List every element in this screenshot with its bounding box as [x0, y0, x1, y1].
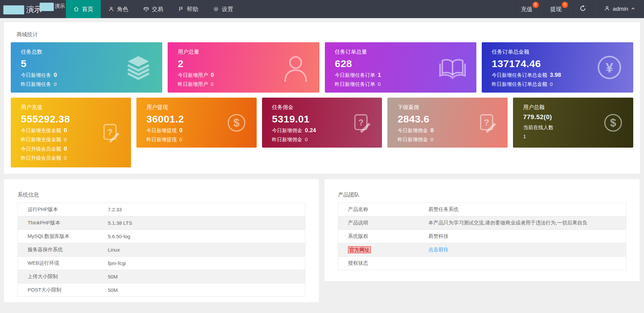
- stat-card: 任务订单总量628今日新增任务订单1昨日新增任务订单0: [325, 42, 476, 93]
- svg-text:?: ?: [484, 117, 489, 127]
- stat-line-label: 昨日新增充值金额: [21, 137, 61, 143]
- scales-icon: [143, 6, 149, 12]
- nav-item-label: 帮助: [187, 5, 198, 13]
- info-label: 系统版权: [338, 230, 429, 243]
- stat-card-title: 用户充值: [21, 104, 131, 111]
- nav-item-4[interactable]: 帮助: [171, 0, 206, 18]
- person-icon: [108, 6, 114, 12]
- layers-icon: [123, 52, 154, 83]
- logo-zone: 演示 演示: [0, 0, 66, 18]
- stats-panel: 商城统计 任务总数5今日新增任务0昨日新增任务0用户总量2今日新增用户0昨日新增…: [4, 22, 640, 174]
- refresh-icon: [579, 5, 586, 13]
- stat-card: 任务总数5今日新增任务0昨日新增任务0: [11, 42, 162, 93]
- dollar-icon: $: [225, 111, 248, 134]
- stat-card-line: 昨日新增提现0: [146, 137, 257, 143]
- info-value: fpm-fcgi: [108, 257, 305, 270]
- info-value: 点击前往: [428, 243, 626, 257]
- stat-line-label: 今日新增提现: [146, 127, 177, 134]
- info-label: 运行PHP版本: [18, 203, 108, 216]
- stat-card-title: 下级返佣: [397, 104, 508, 111]
- withdraw-button[interactable]: 提现0: [541, 0, 570, 18]
- stat-line-value: 0: [64, 127, 67, 134]
- stat-card-title: 任务佣金: [272, 104, 382, 111]
- stat-line-value: 0: [179, 137, 182, 142]
- stat-card-line: 昨日升级会员金额0: [21, 155, 131, 161]
- stat-line-value: 0: [64, 155, 67, 161]
- stat-line-value: 0: [211, 81, 213, 87]
- stat-line-label: 昨日新增任务订单总金额: [492, 81, 547, 88]
- withdraw-button-label: 提现: [550, 5, 562, 13]
- info-label: 产品名称: [338, 203, 429, 216]
- stat-line-value: 1: [378, 72, 381, 79]
- stat-line-value: 0: [378, 81, 381, 87]
- info-value: 5.6.50-log: [108, 230, 305, 243]
- stat-card-line: 今日升级会员金额0: [21, 146, 131, 152]
- recharge-button[interactable]: 充值0: [512, 0, 541, 18]
- masked-logo: [3, 5, 24, 14]
- nav-item-2[interactable]: 角色: [101, 0, 136, 18]
- table-row: 产品名称易赞任务系统: [338, 203, 626, 216]
- nav-item-label: 角色: [117, 5, 128, 13]
- table-row: 官方网址点击前往: [338, 243, 626, 257]
- nav-item-5[interactable]: 设置: [206, 0, 241, 18]
- nav-item-3[interactable]: 交易: [136, 0, 171, 18]
- svg-text:¥: ¥: [606, 60, 613, 75]
- stat-line-value: 0: [54, 81, 56, 87]
- recharge-button-label: 充值: [521, 5, 532, 13]
- user-menu[interactable]: admin: [595, 0, 644, 18]
- table-row: 服务器操作系统Linux: [18, 243, 305, 257]
- visit-link[interactable]: 点击前往: [428, 247, 448, 252]
- person-icon: [604, 5, 610, 13]
- system-info-panel: 系统信息 运行PHP版本7.2.33ThinkPHP版本5.1.38 LTSMy…: [4, 179, 319, 302]
- stat-cards-row-2: 用户充值555292.38今日新增充值金额0昨日新增充值金额0今日升级会员金额0…: [11, 98, 633, 167]
- info-value: [428, 257, 626, 270]
- info-value: Linux: [108, 243, 305, 257]
- refresh-button[interactable]: [570, 0, 595, 18]
- table-row: 授权状态: [338, 257, 626, 270]
- count-badge: 0: [532, 2, 539, 8]
- stat-card-title: 用户提现: [146, 104, 257, 111]
- topbar-right: 充值0提现0admin: [512, 0, 644, 18]
- stats-section-title: 商城统计: [16, 31, 633, 38]
- main-nav: 首页角色交易帮助设置: [66, 0, 241, 18]
- stat-line-label: 当前在线人数: [523, 124, 553, 131]
- stat-line-label: 昨日升级会员金额: [21, 155, 61, 161]
- table-row: POST大小限制50M: [18, 283, 305, 297]
- stat-line-label: 昨日新增任务订单: [335, 81, 375, 88]
- site-subtitle: 演示: [55, 3, 65, 9]
- dollar-icon: $: [602, 111, 625, 134]
- stat-line-label: 1: [523, 134, 526, 139]
- table-row: 系统版权易赞科技: [338, 230, 626, 243]
- stat-line-label: 昨日新增用户: [178, 81, 208, 88]
- table-row: 运行PHP版本7.2.33: [18, 203, 305, 216]
- gear-icon: [213, 6, 219, 12]
- user-name: admin: [613, 6, 628, 12]
- stat-line-label: 今日新增任务订单: [335, 72, 375, 79]
- nav-item-1[interactable]: 首页: [66, 0, 101, 18]
- count-badge: 0: [562, 2, 568, 8]
- nav-item-label: 交易: [152, 5, 163, 13]
- nav-item-label: 设置: [222, 5, 233, 13]
- info-label: 服务器操作系统: [18, 243, 108, 257]
- table-row: WEB运行环境fpm-fcgi: [18, 257, 305, 270]
- info-value: 50M: [108, 270, 305, 283]
- stat-line-value: 0.24: [305, 127, 316, 134]
- stat-line-label: 今日新增佣金: [272, 127, 302, 134]
- yen-icon: ¥: [594, 52, 625, 83]
- stat-card: 任务订单总金额137174.46今日新增任务订单总金额3.98昨日新增任务订单总…: [482, 42, 633, 93]
- stat-line-value: 0: [64, 137, 67, 142]
- info-label: ThinkPHP版本: [18, 216, 108, 230]
- stat-card-line: 昨日新增佣金0: [397, 137, 508, 143]
- stat-line-value: 0: [211, 72, 214, 79]
- topbar: 演示 演示 首页角色交易帮助设置 充值0提现0admin: [0, 0, 644, 18]
- stat-card: 用户充值555292.38今日新增充值金额0昨日新增充值金额0今日升级会员金额0…: [11, 98, 131, 167]
- edit-question-icon: ?: [350, 111, 373, 134]
- info-label: 官方网址: [338, 243, 429, 257]
- table-row: 上传大小限制50M: [18, 270, 305, 283]
- stat-line-label: 昨日新增佣金: [272, 137, 302, 143]
- chevron-up-icon: [631, 6, 635, 12]
- stat-line-label: 昨日新增佣金: [397, 137, 428, 143]
- svg-text:$: $: [233, 117, 240, 129]
- stat-line-label: 今日新增任务订单总金额: [492, 72, 547, 79]
- stat-line-value: 0: [550, 81, 553, 87]
